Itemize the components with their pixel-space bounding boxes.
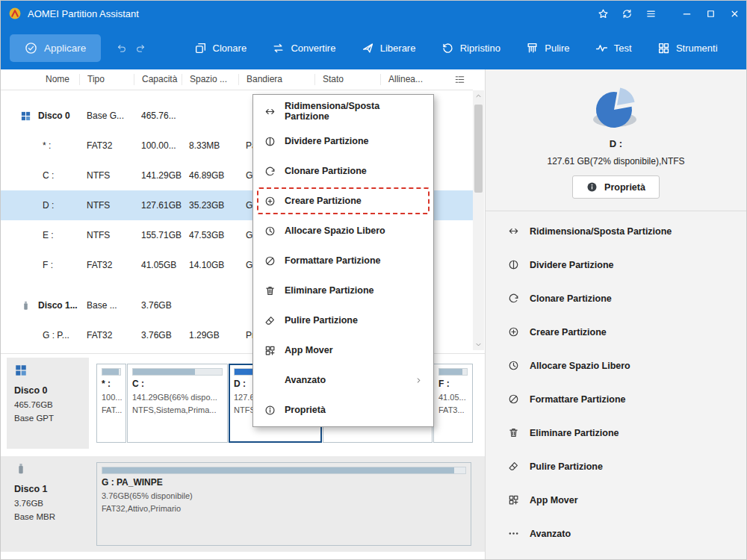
refresh-icon[interactable] [615,1,639,26]
scrollbar-thumb[interactable] [474,105,483,193]
sidebar-item-avanzato[interactable]: Avanzato [486,517,746,550]
maximize-button[interactable] [698,1,722,26]
partition-box-f[interactable]: F :41.05...FAT3... [433,364,473,443]
partition-name: * : [102,379,121,389]
scroll-down-button[interactable] [473,339,484,350]
menu-item-formattare-partizione[interactable]: Formattare Partizione [253,246,433,276]
format-partition-icon [508,393,519,405]
column-header-capacit[interactable]: Capacità [134,74,182,85]
disk-type: Base GPT [14,414,81,423]
resize-move-icon [508,225,519,237]
cell-spazio: 46.89GB [182,170,238,181]
row-name-label: Disco 0 [38,111,70,121]
sidebar-item-allocare-spazio-libero[interactable]: Allocare Spazio Libero [486,349,746,382]
toolbar-button-clonare[interactable]: Clonare [194,42,247,55]
format-partition-icon [264,255,276,267]
submenu-chevron-icon [413,376,424,385]
cell-name: * : [1,140,79,151]
resize-move-icon [264,106,276,117]
view-options-icon[interactable] [454,74,473,85]
sidebar-item-app-mover[interactable]: App Mover [486,483,746,517]
delete-partition-icon [508,427,519,438]
sidebar-item-creare-partizione[interactable]: Creare Partizione [486,315,746,349]
menu-item-clonare-partizione[interactable]: Clonare Partizione [253,156,433,186]
usb-icon [14,462,28,476]
sidebar-item-pulire-partizione[interactable]: Pulire Partizione [486,449,746,483]
toolbar-button-liberare[interactable]: Liberare [362,42,416,55]
partition-box-[interactable]: * :100...FAT... [96,364,126,443]
titlebar-actions [591,1,746,26]
scroll-up-button[interactable] [473,90,484,102]
toolbar-button-test[interactable]: Test [595,42,632,55]
partition-box-c[interactable]: C :141.29GB(66% dispo...NTFS,Sistema,Pri… [127,364,228,443]
disk-size: 465.76GB [14,400,81,409]
undo-icon[interactable] [111,38,131,57]
selected-partition-info: 127.61 GB(72% disponibile),NTFS [486,156,746,167]
properties-icon [264,405,276,416]
column-header-bandiera[interactable]: Bandiera [238,74,314,85]
minimize-button[interactable] [675,1,698,26]
disk-info-box[interactable]: Disco 0465.76GBBase GPT [7,358,89,449]
toolbar-button-convertire[interactable]: Convertire [272,42,335,55]
menu-item-pulire-partizione[interactable]: Pulire Partizione [253,305,433,335]
redo-icon[interactable] [131,38,150,57]
partition-fs: FAT3... [438,404,468,417]
menu-item-label: Creare Partizione [285,196,362,206]
menu-item-allocare-spazio-libero[interactable]: Allocare Spazio Libero [253,216,433,246]
column-header-spazio[interactable]: Spazio ... [182,74,238,85]
partitions-strip: G : PA_WINPE3.76GB(65% disponibile)FAT32… [96,456,471,552]
table-scrollbar[interactable] [473,90,484,350]
apply-button[interactable]: Applicare [10,34,101,62]
menu-item-propriet[interactable]: Proprietà [253,395,433,425]
sidebar-item-clonare-partizione[interactable]: Clonare Partizione [486,281,746,315]
column-header-allinea[interactable]: Allinea... [380,74,444,85]
cell-tipo: Base G... [79,111,134,121]
scrollbar-track[interactable] [473,102,484,339]
sidebar-item-formattare-partizione[interactable]: Formattare Partizione [486,382,746,416]
favorites-star-icon[interactable] [591,1,615,26]
column-header-tipo[interactable]: Tipo [79,74,134,85]
menu-item-creare-partizione[interactable]: Creare Partizione [253,186,433,216]
menu-item-label: Eliminare Partizione [285,285,374,296]
menu-item-dividere-partizione[interactable]: Dividere Partizione [253,126,433,156]
table-header: NomeTipoCapacitàSpazio ...BandieraStatoA… [1,69,473,90]
sidebar-item-eliminare-partizione[interactable]: Eliminare Partizione [486,416,746,449]
sidebar: D : 127.61 GB(72% disponibile),NTFS Prop… [485,69,746,559]
menu-item-eliminare-partizione[interactable]: Eliminare Partizione [253,276,433,305]
disk-icon [14,364,28,377]
sidebar-item-dividere-partizione[interactable]: Dividere Partizione [486,248,746,281]
column-header-stato[interactable]: Stato [314,74,380,85]
cell-tipo: NTFS [79,230,134,240]
menu-item-ridimensiona-sposta-partizione[interactable]: Ridimensiona/Sposta Partizione [253,96,433,126]
toolbar-button-label: Ripristino [460,43,500,54]
used-space-bar [102,467,466,474]
toolbar-button-strumenti[interactable]: Strumenti [657,42,718,55]
disk-info-box[interactable]: Disco 13.76GBBase MBR [7,456,89,552]
tools-icon [657,42,670,55]
cell-name: D : [1,200,79,211]
window-title: AOMEI Partition Assistant [28,8,139,19]
cell-capacita: 127.61GB [134,200,182,211]
toolbar-button-ripristino[interactable]: Ripristino [441,42,500,55]
close-button[interactable] [722,1,746,26]
used-space-bar [102,368,121,376]
properties-button[interactable]: Proprietà [572,175,660,199]
sidebar-item-ridimensiona-sposta-partizione[interactable]: Ridimensiona/Sposta Partizione [486,214,746,248]
partition-box-g-pa-winpe[interactable]: G : PA_WINPE3.76GB(65% disponibile)FAT32… [96,462,471,546]
menu-item-label: Proprietà [285,405,326,415]
column-header-nome[interactable]: Nome [1,74,79,85]
cell-name: C : [1,170,79,181]
main-menu-icon[interactable] [639,1,663,26]
sidebar-item-label: Avanzato [530,529,571,539]
menu-item-avanzato[interactable]: Avanzato [253,365,433,395]
cell-spazio: 35.23GB [182,200,238,211]
toolbar-button-pulire[interactable]: Pulire [526,42,569,55]
row-name-label: * : [43,140,51,151]
sidebar-item-label: Pulire Partizione [530,461,603,472]
partition-size: 3.76GB(65% disponibile) [102,490,466,503]
row-name-label: C : [43,170,54,181]
menu-item-app-mover[interactable]: App Mover [253,335,433,365]
create-partition-icon [264,196,276,207]
app-mover-icon [264,345,276,356]
disk-usage-pie-chart [486,86,746,129]
